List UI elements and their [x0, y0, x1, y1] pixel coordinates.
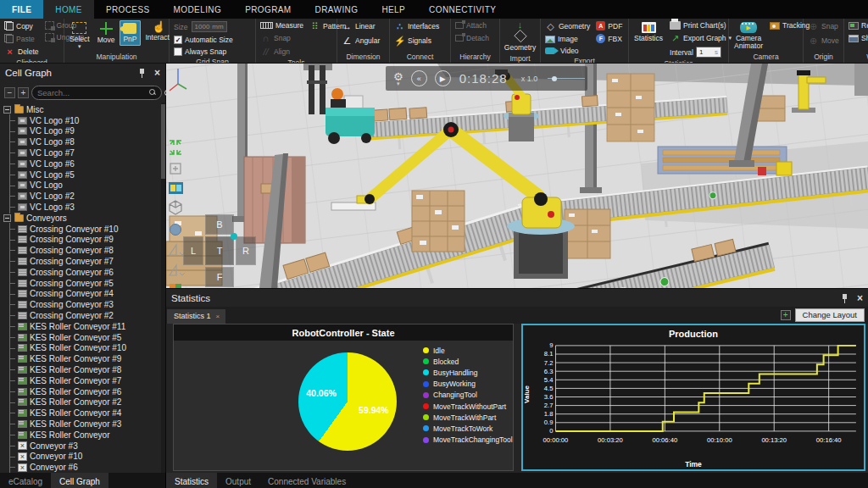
ribbon-tab-file[interactable]: FILE	[0, 0, 43, 19]
view-cube-top[interactable]: T	[205, 236, 234, 265]
export-geometry-button[interactable]: ◇Geometry	[543, 20, 592, 32]
tree-item[interactable]: KES Roller Conveyor #4	[0, 408, 165, 419]
delete-button[interactable]: ×Delete	[3, 46, 41, 58]
tree-item[interactable]: VC Logo #7	[0, 147, 165, 158]
export-fbx-button[interactable]: FFBX	[594, 33, 624, 44]
tree-item[interactable]: KES Roller Conveyor #5	[0, 332, 165, 343]
tree-item[interactable]: VC Logo #5	[0, 169, 165, 180]
tree-item[interactable]: KES Roller Conveyor #7	[0, 375, 165, 386]
copy-button[interactable]: Copy	[3, 20, 41, 31]
view-cube-right[interactable]: R	[236, 236, 256, 265]
pnp-button[interactable]: PnP	[120, 20, 140, 46]
close-icon[interactable]: ×	[857, 293, 863, 303]
signals-button[interactable]: ⚡Signals	[392, 35, 433, 47]
origin-snap-button[interactable]: ⊕Snap	[806, 20, 840, 32]
change-layout-button[interactable]: Change Layout	[795, 308, 865, 322]
size-input[interactable]: 1000mm	[192, 21, 227, 32]
view-cube[interactable]: B L T R F	[183, 214, 256, 287]
playback-settings-button[interactable]: ⚙ ▾	[393, 71, 403, 86]
detach-button[interactable]: Detach	[453, 33, 491, 43]
angular-button[interactable]: ∠Angular	[340, 35, 381, 47]
render-mode-icon[interactable]	[169, 182, 183, 194]
sphere-render-icon[interactable]	[170, 225, 181, 236]
ribbon-tab-home[interactable]: HOME	[43, 0, 94, 19]
tree-item[interactable]: VC Logo #2	[0, 191, 165, 202]
select-button[interactable]: Select▾	[67, 20, 92, 50]
dock-tab-statistics[interactable]: Statistics	[166, 473, 217, 488]
tree-item[interactable]: Misc	[0, 104, 165, 115]
play-button[interactable]: ▶	[435, 70, 451, 86]
pallet-stack[interactable]	[412, 191, 465, 252]
view-cube-front[interactable]: F	[205, 267, 234, 287]
dock-tab-output[interactable]: Output	[217, 473, 259, 488]
pin-icon[interactable]	[841, 294, 849, 303]
export-graph-button[interactable]: ↗Export Graph▾	[668, 32, 733, 44]
panel-tab-cell-graph[interactable]: Cell Graph	[51, 473, 108, 488]
tree-scrollbar[interactable]	[161, 103, 165, 473]
view-cube-left[interactable]: L	[183, 236, 203, 265]
paste-button[interactable]: Paste	[3, 33, 41, 44]
print-charts-button[interactable]: Print Chart(s)	[668, 20, 733, 30]
rewind-button[interactable]: «	[411, 70, 427, 86]
search-input[interactable]	[37, 88, 149, 97]
tree-item[interactable]: Crossing Conveyor #6	[0, 267, 165, 278]
pallet-dispenser[interactable]	[658, 147, 792, 175]
tree-item[interactable]: KES Roller Conveyor #2	[0, 397, 165, 408]
collapse-all-button[interactable]: −	[4, 87, 15, 98]
tree-item[interactable]: Conveyor #10	[0, 452, 165, 463]
tree-item[interactable]: Crossing Conveyor #2	[0, 310, 165, 321]
pie-chart-panel[interactable]: RobotController - State IdleBlockedBusyH…	[173, 324, 514, 471]
view-cube-corner-dot[interactable]	[231, 233, 237, 240]
tree-item[interactable]: Conveyor #3	[0, 441, 165, 452]
line-chart-panel[interactable]: Production 00.91.82.73.64.55.46.37.28.19…	[521, 324, 865, 471]
collapse-node-icon[interactable]	[3, 214, 11, 222]
always-snap-checkbox[interactable]: Always Snap	[172, 47, 228, 57]
close-icon[interactable]: ×	[154, 68, 160, 78]
tree-item[interactable]: VC Logo #8	[0, 136, 165, 147]
tree-item[interactable]: Crossing Conveyor #9	[0, 235, 165, 246]
pallet-stack[interactable]	[565, 209, 610, 258]
interact-button[interactable]: ☝Interact	[143, 20, 172, 43]
ribbon-tab-program[interactable]: PROGRAM	[233, 0, 303, 19]
tree-item[interactable]: Crossing Conveyor #3	[0, 299, 165, 310]
add-chart-icon[interactable]: +	[781, 310, 791, 320]
tree-item[interactable]: VC Logo #10	[0, 115, 165, 126]
ribbon-tab-drawing[interactable]: DRAWING	[303, 0, 370, 19]
interfaces-button[interactable]: ∴Interfaces	[392, 20, 441, 32]
tree-item[interactable]: Conveyors	[0, 213, 165, 224]
panel-tab-ecatalog[interactable]: eCatalog	[0, 473, 51, 488]
align-button[interactable]: //Align	[259, 46, 305, 58]
restore-windows-button[interactable]: Restore Windows	[847, 20, 868, 30]
tree-item[interactable]: KES Roller Conveyor #11	[0, 321, 165, 332]
collapse-node-icon[interactable]	[3, 106, 11, 114]
statistics-button[interactable]: Statistics	[632, 20, 665, 44]
steel-column[interactable]	[854, 64, 868, 96]
attach-button[interactable]: Attach	[453, 20, 488, 30]
tree-item[interactable]: Crossing Conveyor #10	[0, 224, 165, 235]
export-pdf-button[interactable]: APDF	[594, 20, 624, 31]
ribbon-tab-process[interactable]: PROCESS	[94, 0, 162, 19]
close-tab-icon[interactable]: ×	[216, 313, 220, 320]
tree-item[interactable]: VC Logo #9	[0, 126, 165, 137]
export-image-button[interactable]: Image	[543, 34, 592, 44]
tree-item[interactable]: Crossing Conveyor #4	[0, 289, 165, 300]
tree-item[interactable]: KES Roller Conveyor #9	[0, 353, 165, 364]
tree-item[interactable]: Crossing Conveyor #8	[0, 245, 165, 256]
import-geometry-button[interactable]: ↓Geometry	[502, 20, 538, 53]
tree-item[interactable]: KES Roller Conveyor #10	[0, 343, 165, 354]
show-button[interactable]: Show▾	[847, 33, 868, 43]
statistics-tab-1[interactable]: Statistics 1×	[167, 309, 225, 324]
tree-item[interactable]: KES Roller Conveyor	[0, 430, 165, 441]
origin-move-button[interactable]: ⊕Move	[806, 35, 841, 47]
pallet-stack[interactable]	[607, 74, 654, 141]
tree-item[interactable]: VC Logo	[0, 180, 165, 191]
speed-slider[interactable]	[548, 78, 585, 79]
pin-icon[interactable]	[138, 69, 146, 78]
tree-item[interactable]: Conveyor #6	[0, 462, 165, 473]
tree-item[interactable]: KES Roller Conveyor #8	[0, 364, 165, 375]
automatic-size-checkbox[interactable]: ✓Automatic Size	[172, 35, 235, 45]
view-cube-back[interactable]: B	[205, 214, 234, 235]
snap-button[interactable]: ∩Snap	[259, 32, 305, 44]
tree-item[interactable]: KES Roller Conveyor #3	[0, 419, 165, 430]
move-button[interactable]: Move	[95, 20, 118, 46]
